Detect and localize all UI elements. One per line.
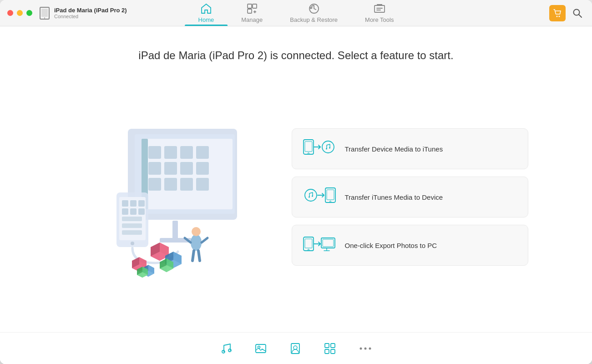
minimize-button[interactable] <box>17 10 23 16</box>
svg-rect-28 <box>172 221 178 239</box>
card-transfer-to-itunes-label: Transfer Device Media to iTunes <box>345 145 443 153</box>
hero-illustration <box>64 101 264 293</box>
svg-rect-40 <box>122 230 142 235</box>
svg-point-71 <box>326 148 327 150</box>
tab-manage[interactable]: Manage <box>228 0 276 26</box>
card-export-photos-icon <box>303 234 336 256</box>
svg-rect-96 <box>325 349 329 354</box>
search-button[interactable] <box>570 6 585 20</box>
svg-rect-20 <box>164 162 177 175</box>
svg-rect-26 <box>196 178 209 191</box>
svg-rect-3 <box>248 4 252 8</box>
svg-point-8 <box>557 15 558 17</box>
svg-rect-21 <box>180 162 193 175</box>
svg-rect-39 <box>122 223 142 228</box>
svg-rect-97 <box>331 349 335 354</box>
svg-point-41 <box>131 242 134 245</box>
svg-line-11 <box>579 15 582 17</box>
svg-rect-7 <box>374 5 385 12</box>
svg-point-52 <box>192 227 201 236</box>
card-export-photos-label: One-click Export Photos to PC <box>345 242 437 249</box>
device-name-block: iPad de Maria (iPad Pro 2) Connected <box>54 7 127 19</box>
main-content: iPad de Maria (iPad Pro 2) is connected.… <box>0 26 592 364</box>
bottom-music-icon[interactable] <box>220 343 232 354</box>
svg-point-2 <box>44 17 45 18</box>
svg-rect-35 <box>122 208 128 215</box>
svg-rect-19 <box>148 162 161 175</box>
content-area: Transfer Device Media to iTunes <box>0 62 592 332</box>
svg-rect-17 <box>180 146 193 159</box>
svg-point-88 <box>222 350 225 353</box>
svg-rect-67 <box>305 142 312 152</box>
svg-point-68 <box>308 153 309 154</box>
titlebar: iPad de Maria (iPad Pro 2) Connected Hom… <box>0 0 592 26</box>
svg-point-72 <box>329 147 330 149</box>
card-transfer-to-device-icon <box>303 186 336 208</box>
svg-rect-1 <box>41 9 48 17</box>
bottom-more-icon[interactable] <box>359 346 372 351</box>
maximize-button[interactable] <box>26 10 32 16</box>
app-window: iPad de Maria (iPad Pro 2) Connected Hom… <box>0 0 592 364</box>
card-export-photos[interactable]: One-click Export Photos to PC <box>292 225 528 266</box>
svg-point-9 <box>559 15 560 17</box>
backup-icon <box>308 3 320 15</box>
svg-point-79 <box>329 201 331 202</box>
svg-rect-15 <box>148 146 161 159</box>
tab-backup[interactable]: Backup & Restore <box>276 0 351 26</box>
svg-rect-4 <box>253 4 257 8</box>
device-status-text: Connected <box>54 14 127 19</box>
svg-point-73 <box>305 189 317 201</box>
device-name-text: iPad de Maria (iPad Pro 2) <box>54 7 127 14</box>
nav-tabs: Home Manage Backup <box>185 0 408 26</box>
svg-line-54 <box>198 251 200 261</box>
card-transfer-to-device-label: Transfer iTunes Media to Device <box>345 193 443 201</box>
svg-rect-81 <box>305 239 312 248</box>
bottom-contacts-icon[interactable] <box>289 343 301 354</box>
tab-home[interactable]: Home <box>185 0 228 26</box>
card-transfer-to-itunes[interactable]: Transfer Device Media to iTunes <box>292 128 528 169</box>
bottom-photos-icon[interactable] <box>255 343 267 354</box>
svg-point-99 <box>364 347 366 349</box>
card-transfer-to-device[interactable]: Transfer iTunes Media to Device <box>292 177 528 217</box>
tools-icon <box>374 3 385 15</box>
svg-rect-33 <box>130 200 137 207</box>
svg-rect-78 <box>327 190 334 200</box>
svg-rect-23 <box>148 178 161 191</box>
device-info: iPad de Maria (iPad Pro 2) Connected <box>40 7 127 20</box>
close-button[interactable] <box>7 10 13 16</box>
svg-point-93 <box>293 346 297 349</box>
home-icon <box>200 3 212 15</box>
svg-line-56 <box>202 238 207 243</box>
search-icon <box>572 8 582 18</box>
svg-rect-85 <box>323 239 334 247</box>
bottom-apps-icon[interactable] <box>324 343 336 354</box>
svg-rect-36 <box>130 208 137 215</box>
manage-icon <box>246 3 258 15</box>
svg-rect-24 <box>164 178 177 191</box>
svg-rect-37 <box>138 208 145 215</box>
svg-point-82 <box>308 249 309 251</box>
tab-manage-label: Manage <box>241 16 263 23</box>
svg-rect-32 <box>122 200 128 207</box>
top-right-actions <box>549 5 585 21</box>
svg-rect-94 <box>325 344 329 348</box>
svg-rect-38 <box>122 217 142 221</box>
tab-tools[interactable]: More Tools <box>351 0 407 26</box>
feature-cards: Transfer Device Media to iTunes <box>292 128 528 266</box>
ipad-icon <box>40 7 50 20</box>
svg-point-75 <box>312 196 313 197</box>
svg-rect-34 <box>138 200 145 207</box>
tab-backup-label: Backup & Restore <box>290 16 338 23</box>
svg-point-89 <box>228 349 231 352</box>
svg-line-53 <box>192 251 194 261</box>
svg-point-98 <box>359 347 362 349</box>
illustration <box>64 101 264 293</box>
tab-tools-label: More Tools <box>365 16 394 23</box>
svg-rect-22 <box>196 162 209 175</box>
svg-rect-25 <box>180 178 193 191</box>
cart-button[interactable] <box>549 5 566 21</box>
svg-point-51 <box>191 234 202 251</box>
traffic-lights <box>7 10 32 16</box>
svg-rect-16 <box>164 146 177 159</box>
svg-point-100 <box>369 347 371 349</box>
